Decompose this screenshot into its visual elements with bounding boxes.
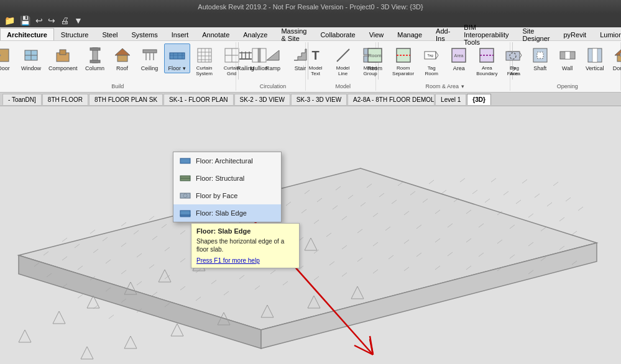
tag-room-label: TagRoom [425,65,438,76]
column-icon [85,45,105,65]
floor-structural-item[interactable]: Floor: Structural [173,170,281,187]
floor-label: Floor ▾ [168,65,186,71]
title-text: Autodesk Revit 2019.2 - Not For Resale V… [198,3,423,11]
doc-tab-3d[interactable]: {3D} [467,94,491,105]
floor-dropdown-menu[interactable]: Floor: Architectural Floor: Structural F… [173,152,282,222]
doc-tab-toan[interactable]: - ToanDN] [2,94,42,105]
tab-structure[interactable]: Structure [54,28,96,40]
area-label: Area [453,65,465,71]
wall-opening-icon [558,45,577,65]
ribbon: Architecture Structure Steel Systems Ins… [0,27,621,93]
floor-button[interactable]: Floor ▾ [164,43,190,73]
doc-tab-sk1[interactable]: SK-1 - FLOOR PLAN [163,94,233,105]
svg-marker-53 [436,52,438,59]
qa-settings-btn[interactable]: ▼ [72,15,85,26]
room-area-group-label: Room & Area ▾ [425,83,464,89]
tab-pyrevit[interactable]: pyRevit [557,28,594,40]
window-button[interactable]: Window [18,43,44,73]
ribbon-group-opening-items: ByFace Shaft Wall [500,43,621,82]
tab-sitedesigner[interactable]: Site Designer [515,28,556,40]
room-separator-button[interactable]: RoomSeparator [389,43,417,78]
curtain-system-button[interactable]: CurtainSystem [191,43,218,78]
floor-slab-edge-label: Floor: Slab Edge [196,209,247,217]
shaft-icon [530,45,550,65]
svg-rect-9 [60,50,66,55]
model-text-button[interactable]: T ModelText [303,43,329,78]
tab-manage[interactable]: Manage [390,28,429,40]
floor-by-face-item[interactable]: Floor by Face [173,187,281,204]
ramp-label: Ramp [265,65,280,71]
tag-room-button[interactable]: Tag TagRoom [418,43,444,78]
quick-access-toolbar: 📁 💾 ↩ ↪ 🖨 ▼ [0,14,621,27]
svg-rect-12 [90,60,100,63]
room-icon: Room [365,45,385,65]
room-area-dropdown-icon[interactable]: ▾ [461,83,464,89]
floor-by-face-icon [178,189,192,202]
railing-label: Railing [237,65,254,71]
ceiling-label: Ceiling [141,65,159,71]
svg-line-43 [337,49,349,61]
room-button[interactable]: Room Room [362,43,388,73]
tab-annotate[interactable]: Annotate [195,28,236,40]
by-face-label: ByFace [507,65,518,76]
tab-steel[interactable]: Steel [95,28,124,40]
tab-addins[interactable]: Add-Ins [429,28,457,40]
main-viewport[interactable]: Floor: Architectural Floor: Structural F… [0,106,621,364]
floor-architectural-item[interactable]: Floor: Architectural [173,152,281,170]
room-separator-label: RoomSeparator [392,65,414,76]
area-button[interactable]: Area Area [446,43,472,73]
tab-systems[interactable]: Systems [125,28,165,40]
tab-lumion[interactable]: Lumion® [593,28,621,40]
tooltip-help-link[interactable]: Press F1 for more help [196,257,294,264]
curtain-system-label: CurtainSystem [196,65,213,76]
vertical-button[interactable]: Vertical [582,43,608,73]
doc-tab-level1[interactable]: Level 1 [435,94,466,105]
room-separator-icon [393,45,413,65]
model-line-icon [333,45,353,65]
ribbon-group-room-area: Room Room RoomSeparator Tag TagRoom [380,42,510,91]
column-label: Column [85,65,104,71]
roof-button[interactable]: Roof [109,43,136,73]
qa-open-btn[interactable]: 📁 [2,15,17,26]
tab-insert[interactable]: Insert [165,28,196,40]
doc-tab-sk3[interactable]: SK-3 - 3D VIEW [291,94,347,105]
model-text-icon: T [306,45,326,65]
wall-opening-button[interactable]: Wall [554,43,581,73]
svg-rect-24 [198,48,211,62]
railing-icon [236,45,255,65]
floor-icon [167,45,187,65]
column-button[interactable]: Column [82,43,108,73]
tab-architecture[interactable]: Architecture [0,28,54,40]
railing-button[interactable]: Railing [232,43,259,73]
qa-redo-btn[interactable]: ↪ [46,15,57,26]
svg-marker-41 [267,50,279,60]
model-line-button[interactable]: ModelLine [330,43,356,78]
tab-collaborate[interactable]: Collaborate [313,28,362,40]
tab-bim[interactable]: BIM Interoperability Tools [457,28,515,40]
qa-undo-btn[interactable]: ↩ [34,15,45,26]
area-boundary-button[interactable]: AreaBoundary [473,43,500,78]
qa-print-btn[interactable]: 🖨 [58,15,71,26]
document-tabs: - ToanDN] 8TH FLOOR 8TH FLOOR PLAN SK SK… [0,93,621,106]
dormer-button[interactable]: Dormer [609,43,621,73]
floor-architectural-icon [178,154,192,168]
shaft-button[interactable]: Shaft [527,43,553,73]
tab-analyze[interactable]: Analyze [236,28,274,40]
ramp-button[interactable]: Ramp [260,43,286,73]
floor-slab-edge-item[interactable]: Floor: Slab Edge [173,204,281,222]
doc-tab-8th-floor[interactable]: 8TH FLOOR [42,94,88,105]
by-face-button[interactable]: ByFace [500,43,526,78]
ceiling-button[interactable]: Ceiling [137,43,163,73]
ceiling-icon [140,45,160,65]
doc-tab-8th-floor-plan[interactable]: 8TH FLOOR PLAN SK [89,94,163,105]
tab-view[interactable]: View [362,28,391,40]
doc-tab-a2[interactable]: A2-8A - 8TH FLOOR DEMOLITION... [347,94,435,105]
svg-marker-13 [115,48,130,55]
tab-massing[interactable]: Massing & Site [274,28,313,40]
doc-tab-sk2[interactable]: SK-2 - 3D VIEW [234,94,290,105]
dormer-label: Dormer [613,65,621,71]
area-icon: Area [449,45,469,65]
qa-save-btn[interactable]: 💾 [18,15,32,26]
component-button[interactable]: Component [45,43,81,73]
door-button[interactable]: Door [0,43,17,73]
